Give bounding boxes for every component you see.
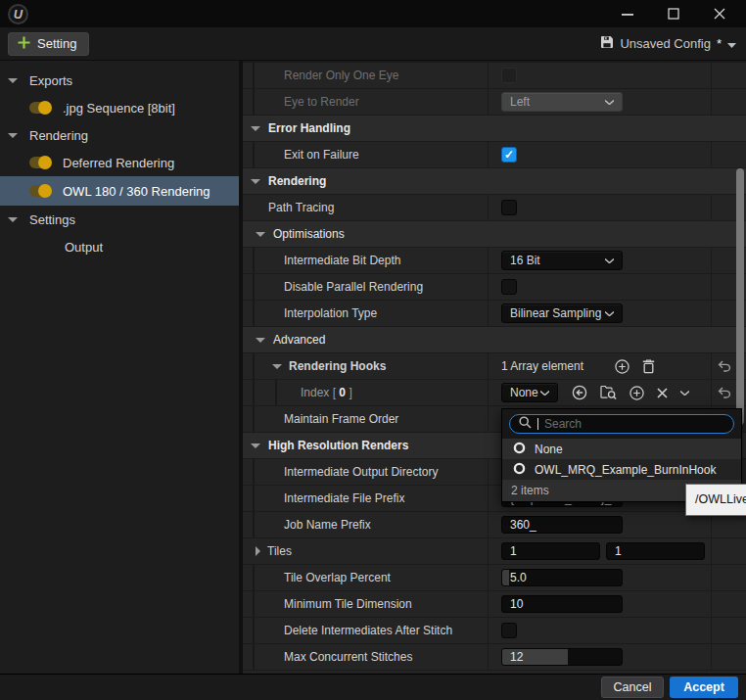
- property-label: Index [ 0 ]: [301, 386, 352, 399]
- dropdown-value: Bilinear Sampling: [510, 306, 601, 320]
- toggle-on-icon[interactable]: [29, 185, 51, 197]
- reset-to-default-button[interactable]: [718, 360, 731, 372]
- delete-elements-button[interactable]: [642, 359, 655, 374]
- asset-actions: [572, 385, 689, 400]
- section-header-error-handling: Error Handling: [243, 116, 746, 142]
- indent-guide: [253, 565, 255, 590]
- number-input[interactable]: 12: [501, 648, 623, 666]
- property-label: Delete Intermediates After Stitch: [284, 624, 452, 637]
- minimize-button[interactable]: [621, 7, 634, 21]
- sidebar-item-jpg-sequence-8bit[interactable]: .jpg Sequence [8bit]: [0, 94, 239, 121]
- scrollbar-thumb[interactable]: [736, 168, 744, 425]
- reset-cell: [711, 618, 746, 643]
- toolbar: Setting Unsaved Config *: [0, 27, 746, 61]
- property-row-disable-parallel-rendering: Disable Parallel Rendering: [243, 274, 746, 301]
- search-icon: [519, 415, 532, 433]
- property-label-cell: Tiles: [243, 538, 488, 564]
- reset-to-default-button[interactable]: [718, 387, 731, 398]
- property-label: Maintain Frame Order: [284, 412, 398, 426]
- indent-guide: [253, 63, 255, 88]
- sidebar-item-label: OWL 180 / 360 Rendering: [63, 184, 210, 199]
- property-label-cell: Exit on Failure: [243, 142, 488, 167]
- property-label: Intermediate File Prefix: [284, 491, 404, 505]
- chevron-down-icon[interactable]: [251, 126, 260, 131]
- add-element-button[interactable]: [629, 386, 644, 400]
- input-value: 1: [615, 544, 622, 558]
- checkbox[interactable]: [501, 279, 517, 295]
- toggle-on-icon[interactable]: [29, 102, 51, 114]
- reset-cell: [711, 591, 746, 617]
- close-button[interactable]: [713, 7, 726, 21]
- config-selector[interactable]: Unsaved Config *: [600, 35, 738, 52]
- content-area: Exports.jpg Sequence [8bit]RenderingDefe…: [0, 61, 746, 674]
- number-input[interactable]: 5.0: [501, 569, 623, 586]
- maximize-button[interactable]: [667, 7, 680, 21]
- titlebar: U: [0, 0, 746, 27]
- section-label: Optimisations: [273, 227, 345, 241]
- chevron-down-icon[interactable]: [256, 232, 265, 237]
- property-label-cell: Intermediate Bit Depth: [243, 248, 488, 273]
- plus-icon: [18, 36, 30, 52]
- property-value-cell: Left: [488, 89, 711, 115]
- clear-button[interactable]: [657, 388, 668, 398]
- chevron-down-icon: [605, 258, 614, 263]
- sidebar-item-output[interactable]: Output: [0, 233, 239, 260]
- chevron-down-icon[interactable]: [251, 443, 260, 448]
- chevron-right-icon[interactable]: [256, 546, 260, 556]
- dropdown[interactable]: 16 Bit: [501, 251, 623, 270]
- more-options-button[interactable]: [680, 391, 689, 396]
- save-icon: [600, 35, 614, 52]
- toggle-on-icon[interactable]: [29, 157, 51, 168]
- chevron-down-icon[interactable]: [8, 217, 18, 222]
- number-input[interactable]: 1: [606, 542, 705, 560]
- text-cursor: [537, 418, 538, 430]
- property-row-tiles: Tiles11: [243, 538, 746, 565]
- sidebar-group-rendering[interactable]: Rendering: [0, 121, 239, 149]
- property-label-cell: Index [ 0 ]: [243, 380, 488, 405]
- chevron-down-icon[interactable]: [256, 338, 265, 343]
- dropdown[interactable]: Left: [501, 92, 623, 112]
- sidebar-group-settings[interactable]: Settings: [0, 206, 239, 233]
- dropdown-option-none[interactable]: None: [502, 439, 741, 459]
- sidebar-group-label: Exports: [29, 73, 72, 88]
- chevron-down-icon[interactable]: [8, 78, 18, 83]
- accept-button[interactable]: Accept: [670, 677, 738, 698]
- checkbox[interactable]: ✓: [501, 147, 517, 163]
- section-header-advanced: Advanced: [243, 327, 746, 353]
- number-input[interactable]: 360_: [501, 516, 623, 534]
- dropdown[interactable]: Bilinear Sampling: [501, 303, 623, 323]
- property-label: Interpolation Type: [284, 306, 377, 320]
- use-selected-asset-button[interactable]: [572, 385, 587, 400]
- asset-dropdown[interactable]: None: [501, 383, 558, 402]
- checkbox[interactable]: [501, 68, 517, 83]
- browse-to-asset-button[interactable]: [600, 385, 617, 400]
- property-label-cell: Minimum Tile Dimension: [243, 591, 488, 617]
- indent-guide: [253, 644, 255, 670]
- checkbox[interactable]: [501, 623, 517, 638]
- sidebar-item-label: .jpg Sequence [8bit]: [63, 101, 175, 116]
- checkbox[interactable]: [501, 200, 517, 215]
- indent-guide: [253, 248, 255, 273]
- sidebar-item-owl-180-360-rendering[interactable]: OWL 180 / 360 Rendering: [0, 176, 239, 206]
- dropdown-option-burninhook[interactable]: OWL_MRQ_Example_BurnInHook: [502, 459, 741, 480]
- indent-guide: [253, 591, 255, 617]
- input-value: 1: [510, 544, 517, 558]
- number-input[interactable]: 10: [501, 595, 623, 613]
- cancel-button[interactable]: Cancel: [601, 677, 664, 698]
- sidebar-item-label: Deferred Rendering: [63, 156, 174, 170]
- asset-dropdown-value: None: [510, 386, 538, 399]
- add-element-button[interactable]: [615, 359, 629, 374]
- dropdown-value: 16 Bit: [510, 254, 540, 267]
- sidebar-group-exports[interactable]: Exports: [0, 67, 239, 94]
- property-label: Tiles: [267, 544, 292, 558]
- option-label: None: [535, 443, 563, 456]
- chevron-down-icon[interactable]: [251, 179, 260, 184]
- sidebar-item-deferred-rendering[interactable]: Deferred Rendering: [0, 149, 239, 176]
- indent-guide: [253, 406, 255, 432]
- search-input[interactable]: Search: [509, 414, 734, 434]
- add-setting-button[interactable]: Setting: [8, 32, 89, 56]
- chevron-down-icon[interactable]: [272, 364, 282, 369]
- number-input[interactable]: 1: [501, 542, 600, 560]
- array-actions: [615, 359, 655, 374]
- chevron-down-icon[interactable]: [8, 133, 18, 138]
